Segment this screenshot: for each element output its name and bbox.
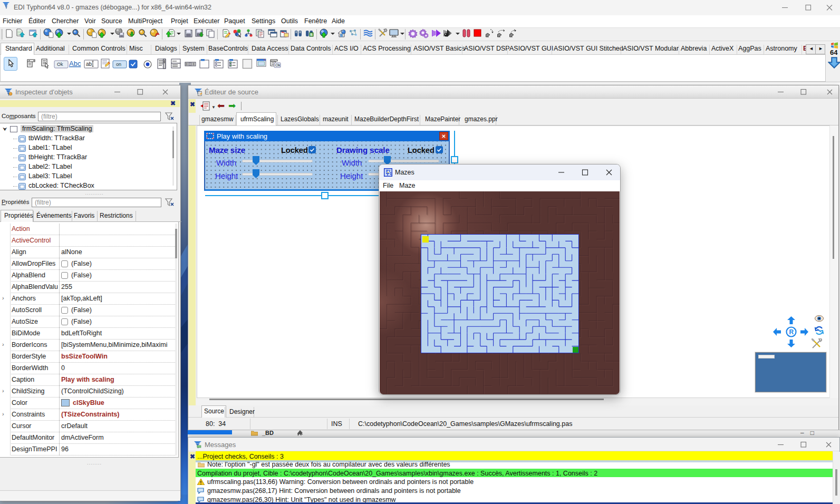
svg-text:B: B — [310, 33, 313, 36]
svg-text:Abc: Abc — [69, 60, 81, 67]
svg-text:on: on — [116, 62, 121, 67]
svg-text:Ok: Ok — [275, 63, 281, 67]
svg-text:Ok: Ok — [57, 62, 63, 67]
svg-text:ab: ab — [86, 61, 92, 67]
svg-text:R: R — [789, 328, 794, 336]
